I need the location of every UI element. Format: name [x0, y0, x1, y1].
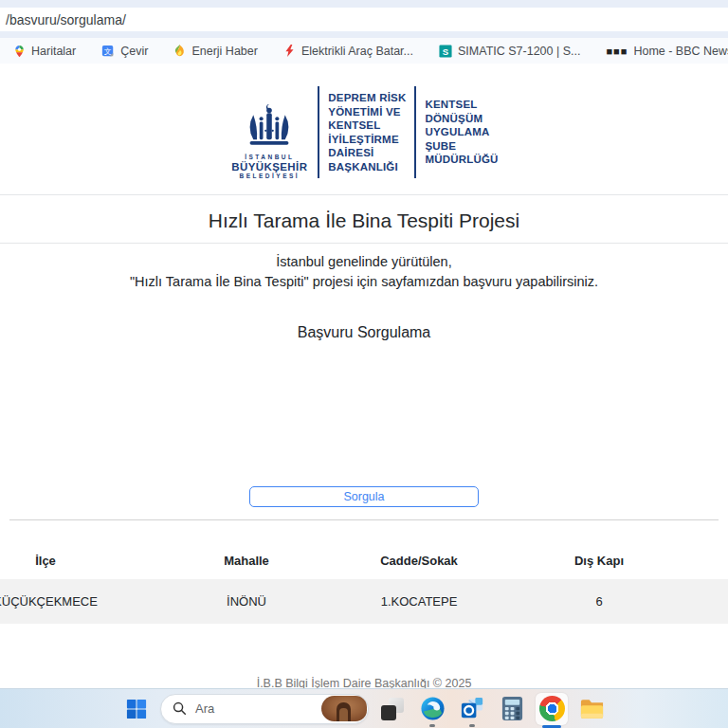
intro-line1: İstanbul genelinde yürütülen,	[0, 252, 728, 272]
running-indicator	[469, 724, 475, 727]
unit-line: DÖNÜŞÜM	[425, 112, 498, 126]
lightning-icon	[283, 44, 296, 58]
bookmark-enerji-haber[interactable]: Enerji Haber	[173, 44, 257, 58]
cell-dis-kapi: 6	[491, 594, 707, 609]
section-heading: Başvuru Sorgulama	[0, 323, 728, 341]
chrome-taskbar-button[interactable]	[536, 693, 568, 725]
col-header-ilce: İlçe	[0, 554, 146, 568]
bookmark-label: Elektrikli Araç Batar...	[301, 45, 413, 58]
windows-logo-icon	[126, 699, 147, 719]
bookmark-label: Çevir	[120, 45, 148, 58]
logo-divider	[414, 86, 416, 178]
address-bar[interactable]: /basvuru/sorgulama/	[0, 8, 728, 31]
page-content: İSTANBUL BÜYÜKŞEHİR BELEDİYESİ DEPREM Rİ…	[0, 84, 728, 690]
intro-text: İstanbul genelinde yürütülen, "Hızlı Tar…	[0, 252, 728, 292]
simatic-s-icon: S	[439, 45, 452, 58]
bookmark-bbc-news[interactable]: ■■■ Home - BBC News	[606, 45, 728, 58]
edge-taskbar-button[interactable]	[416, 693, 448, 725]
unit-line: UYGULAMA	[425, 125, 498, 139]
ibb-header-logo: İSTANBUL BÜYÜKŞEHİR BELEDİYESİ DEPREM Rİ…	[0, 84, 728, 180]
logo-divider	[318, 86, 319, 178]
bookmark-simatic[interactable]: S SIMATIC S7-1200 | S...	[439, 45, 580, 58]
page-title: Hızlı Tarama İle Bina Tespiti Projesi	[0, 207, 728, 234]
sorgula-button[interactable]: Sorgula	[249, 486, 479, 507]
bookmark-label: SIMATIC S7-1200 | S...	[458, 45, 580, 58]
bookmark-label: Home - BBC News	[633, 45, 728, 58]
ibb-mosque-icon	[243, 104, 296, 154]
address-bar-url[interactable]: /basvuru/sorgulama/	[6, 12, 126, 27]
svg-text:文: 文	[104, 46, 112, 55]
table-row[interactable]: KÜÇÜKÇEKMECE İNÖNÜ 1.KOCATEPE 6	[0, 579, 728, 624]
bookmarks-bar: Haritalar 文 Çevir Enerji Haber Elektrikl…	[0, 38, 728, 64]
dept-line: YÖNETİMİ VE	[328, 105, 406, 119]
col-header-mahalle: Mahalle	[146, 554, 347, 568]
dept-line: DAİRESİ	[328, 146, 406, 160]
search-icon	[173, 701, 187, 716]
running-indicator	[429, 724, 435, 727]
active-app-indicator	[542, 725, 561, 728]
taskbar-search-box[interactable]: Ara	[160, 694, 369, 724]
ibb-org-line2: BÜYÜKŞEHİR	[231, 161, 307, 173]
unit-name: KENTSEL DÖNÜŞÜM UYGULAMA ŞUBE MÜDÜRLÜĞÜ	[425, 84, 498, 180]
bookmark-haritalar[interactable]: Haritalar	[13, 44, 76, 59]
ibb-org-line3: BELEDİYESİ	[240, 173, 300, 180]
intro-line2: "Hızlı Tarama İle Bina Tespiti" projesi …	[0, 272, 728, 292]
title-band: Hızlı Tarama İle Bina Tespiti Projesi	[0, 194, 728, 244]
ibb-org-line1: İSTANBUL	[245, 154, 294, 161]
overflow-dots-icon: ■■■	[606, 46, 628, 57]
calculator-icon	[500, 696, 524, 721]
outlook-icon	[460, 696, 485, 721]
maps-pin-icon	[13, 44, 26, 59]
cell-cadde-sokak: 1.KOCATEPE	[347, 594, 491, 609]
department-name: DEPREM RİSK YÖNETİMİ VE KENTSEL İYİLEŞTİ…	[328, 84, 406, 180]
cell-mahalle: İNÖNÜ	[146, 594, 347, 609]
unit-line: ŞUBE	[425, 139, 498, 154]
windows-taskbar: Ara	[0, 688, 728, 728]
translate-icon: 文	[101, 45, 115, 58]
table-header-row: İlçe Mahalle Cadde/Sokak Dış Kapı	[0, 548, 728, 573]
section-divider	[9, 519, 719, 520]
outlook-taskbar-button[interactable]	[456, 693, 488, 725]
file-explorer-taskbar-button[interactable]	[575, 693, 608, 725]
dept-line: BAŞKANLIĞI	[328, 160, 406, 174]
bookmark-label: Haritalar	[31, 45, 76, 58]
svg-text:S: S	[443, 46, 449, 56]
flame-icon	[173, 44, 186, 58]
browser-toolbar-bottom	[0, 31, 728, 38]
dept-line: DEPREM RİSK	[328, 91, 406, 105]
browser-toolbar-top	[0, 0, 728, 8]
col-header-cadde-sokak: Cadde/Sokak	[347, 554, 491, 568]
calculator-taskbar-button[interactable]	[496, 693, 528, 725]
unit-line: MÜDÜRLÜĞÜ	[425, 153, 498, 167]
start-button[interactable]	[120, 693, 153, 725]
dept-line: İYİLEŞTİRME	[328, 133, 406, 147]
bookmark-elektrikli-arac[interactable]: Elektrikli Araç Batar...	[283, 44, 413, 58]
unit-line: KENTSEL	[425, 98, 498, 112]
search-highlight-image[interactable]	[321, 696, 367, 721]
edge-icon	[420, 696, 446, 721]
dept-line: KENTSEL	[328, 118, 406, 133]
folder-icon	[579, 698, 605, 720]
search-placeholder: Ara	[195, 701, 214, 716]
cell-ilce: KÜÇÜKÇEKMECE	[0, 594, 146, 609]
task-view-button[interactable]	[376, 693, 409, 725]
bookmark-cevir[interactable]: 文 Çevir	[101, 45, 148, 58]
chrome-icon	[539, 696, 565, 721]
bookmark-label: Enerji Haber	[191, 45, 257, 58]
col-header-dis-kapi: Dış Kapı	[491, 554, 707, 568]
results-table: İlçe Mahalle Cadde/Sokak Dış Kapı KÜÇÜKÇ…	[0, 548, 728, 624]
ibb-emblem: İSTANBUL BÜYÜKŞEHİR BELEDİYESİ	[229, 84, 309, 180]
